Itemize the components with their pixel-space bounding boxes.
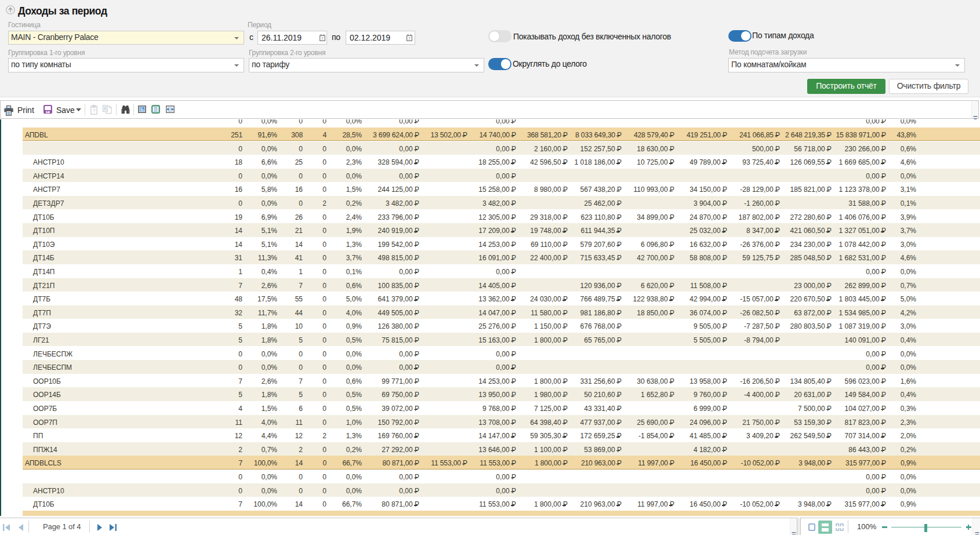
svg-text:?: ?: [92, 108, 95, 114]
svg-text:7: 7: [321, 37, 324, 41]
svg-text:7: 7: [408, 37, 411, 41]
